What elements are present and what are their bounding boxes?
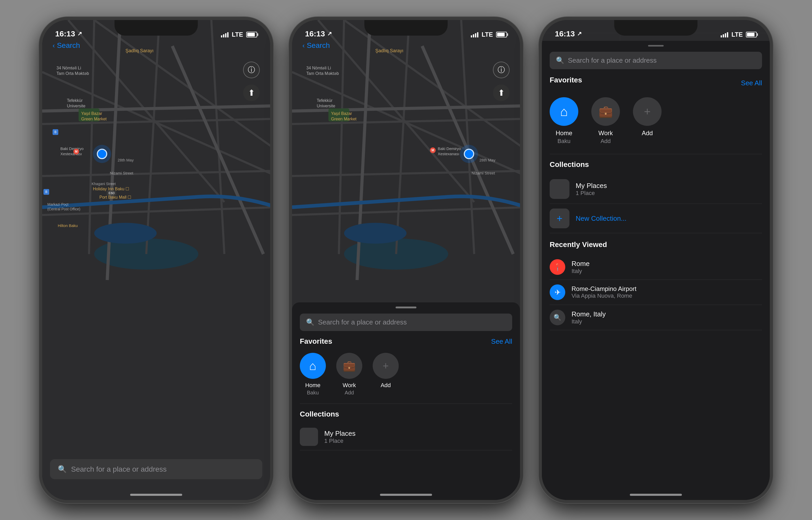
battery-1 — [246, 32, 257, 37]
recent-rome-3[interactable]: 📍 Rome Italy — [550, 255, 762, 280]
search-bar-1[interactable]: 🔍 Search for a place or address — [50, 459, 262, 479]
phone-notch-2 — [364, 20, 448, 35]
collection-myplaces-2[interactable]: My Places 1 Place — [300, 423, 512, 450]
recent-ciampino-3[interactable]: ✈ Rome-Ciampino Airport Via Appia Nuova,… — [550, 280, 762, 305]
map-label-28may: 28th May — [118, 158, 134, 162]
search-icon-rome-italy-3: 🔍 — [553, 314, 561, 321]
fav-work-label-2: Work — [343, 382, 356, 389]
recent-name-rome-italy-3: Rome, Italy — [571, 310, 606, 318]
map-compass-button-2[interactable]: ⬆ — [493, 84, 510, 101]
recently-viewed-section-3: Recently Viewed 📍 Rome Italy ✈ — [550, 240, 762, 330]
bus-marker: B — [53, 129, 58, 135]
panel-fav-home-label-3: Home — [556, 129, 572, 137]
volume-down-button-2[interactable] — [289, 129, 291, 150]
map2-label-nizami: Nizami Street — [472, 171, 495, 175]
power-button-3[interactable] — [771, 108, 773, 139]
collections-title-2: Collections — [300, 410, 512, 418]
back-chevron-2: ‹ — [302, 42, 305, 50]
favorites-title-2: Favorites — [300, 337, 333, 345]
map-label-sadliq: Şadlıq Sarayı — [125, 48, 153, 54]
panel-search-3[interactable]: 🔍 Search for a place or address — [550, 52, 762, 69]
signal-bar-2-2 — [473, 34, 474, 37]
signal-bar-3-1 — [721, 35, 722, 37]
panel-fav-work-3[interactable]: 💼 Work Add — [591, 97, 620, 145]
power-button-2[interactable] — [521, 108, 523, 139]
home-symbol-2: ⌂ — [309, 359, 317, 373]
recent-rome-italy-3[interactable]: 🔍 Rome, Italy Italy — [550, 305, 762, 330]
volume-up-button-3[interactable] — [539, 103, 541, 124]
power-button[interactable] — [271, 108, 273, 139]
bus-marker2: B — [44, 189, 49, 195]
back-button-1[interactable]: ‹ Search — [53, 41, 80, 50]
panel-favs-header-3: Favorites See All — [550, 76, 762, 90]
location-arrow-3: ↗ — [577, 30, 582, 37]
mute-switch-3[interactable] — [539, 77, 541, 90]
volume-up-button[interactable] — [39, 103, 41, 124]
panel-fav-home-icon-3: ⌂ — [550, 97, 578, 126]
map-info-button-1[interactable]: ⓘ — [243, 61, 260, 78]
panel-fav-home-3[interactable]: ⌂ Home Baku — [550, 97, 578, 145]
collections-section-2: Collections My Places 1 Place — [300, 404, 512, 450]
recent-sub-ciampino-3: Via Appia Nuova, Rome — [571, 292, 636, 299]
favorite-add-2[interactable]: + Add — [373, 353, 399, 396]
work-symbol-2: 💼 — [343, 360, 356, 372]
panel-favs-title-3: Favorites — [550, 76, 582, 84]
signal-bars-3 — [721, 32, 728, 37]
panel-collection-myplaces-3[interactable]: My Places 1 Place — [550, 175, 762, 204]
recent-icon-rome-3: 📍 — [550, 259, 565, 275]
panel-see-all-3[interactable]: See All — [741, 79, 762, 87]
mute-switch[interactable] — [39, 77, 41, 90]
volume-down-button[interactable] — [39, 129, 41, 150]
sheet-search-placeholder-2: Search for a place or address — [318, 318, 407, 326]
recent-icon-ciampino-3: ✈ — [550, 284, 565, 300]
status-time-1: 16:13 — [55, 29, 75, 38]
signal-bar-3-2 — [723, 34, 724, 37]
fav-home-label-2: Home — [305, 382, 321, 389]
recent-sub-rome-italy-3: Italy — [571, 318, 606, 325]
phones-container: Şadlıq Sarayı 34 Nömtəli LiTam Orta Məkt… — [0, 0, 812, 520]
map-label-nizami: Nizami Street — [110, 171, 133, 175]
favorite-home-2[interactable]: ⌂ Home Baku — [300, 353, 326, 396]
mute-switch-2[interactable] — [289, 77, 291, 90]
panel-fav-work-label-3: Work — [598, 129, 613, 137]
svg-point-35 — [344, 223, 407, 243]
recent-sub-rome-3: Italy — [571, 268, 589, 275]
recently-viewed-title-3: Recently Viewed — [550, 240, 762, 249]
battery-fill-3 — [747, 33, 755, 36]
panel-coll-count-3: 1 Place — [576, 190, 607, 197]
volume-down-button-3[interactable] — [539, 129, 541, 150]
panel-fav-work-icon-3: 💼 — [591, 97, 620, 126]
phone-notch-3 — [614, 20, 697, 35]
back-button-2[interactable]: ‹ Search — [302, 41, 330, 50]
map-label-post: Markazi Poçt(Central Post Office) — [47, 202, 80, 211]
map2-label-28may: 28th May — [479, 158, 495, 162]
map-compass-button-1[interactable]: ⬆ — [243, 84, 260, 101]
back-label-1: Search — [57, 41, 80, 50]
new-collection-3[interactable]: + New Collection... — [550, 204, 762, 233]
favorite-work-2[interactable]: 💼 Work Add — [336, 353, 362, 396]
signal-bar-2-3 — [475, 33, 476, 37]
svg-point-34 — [460, 145, 478, 163]
map2-label-school: 34 Nömtəli LiTam Orta Məktəb — [306, 66, 339, 76]
recent-info-ciampino-3: Rome-Ciampino Airport Via Appia Nuova, R… — [571, 285, 636, 299]
map2-label-bazar: Yaşıl BazarGreen Market — [331, 111, 356, 122]
fav-home-sublabel-2: Baku — [307, 390, 319, 396]
drag-handle-2 — [396, 307, 416, 308]
plus-symbol-2: + — [383, 360, 389, 372]
phone-2: Şadlıq Sarayı 34 Nömtəli LiTam Orta Məkt… — [289, 17, 523, 503]
info-icon-2: ⓘ — [498, 65, 505, 75]
volume-up-button-2[interactable] — [289, 103, 291, 124]
panel-fav-add-3[interactable]: + Add — [633, 97, 662, 145]
see-all-button-2[interactable]: See All — [491, 337, 512, 345]
coll-name-2: My Places — [324, 430, 355, 438]
signal-bars-1 — [221, 32, 228, 37]
plus-symbol-3: + — [644, 105, 650, 118]
sheet-search-2[interactable]: 🔍 Search for a place or address — [300, 314, 512, 331]
panel-favs-row-3: ⌂ Home Baku 💼 Work Add + — [550, 97, 762, 145]
recent-name-rome-3: Rome — [571, 260, 589, 268]
panel-fav-home-sublabel-3: Baku — [558, 138, 570, 145]
sheet-search-icon-2: 🔍 — [306, 318, 314, 326]
map-info-button-2[interactable]: ⓘ — [493, 61, 510, 78]
location-arrow-1: ↗ — [77, 30, 82, 37]
recent-info-rome-3: Rome Italy — [571, 260, 589, 275]
